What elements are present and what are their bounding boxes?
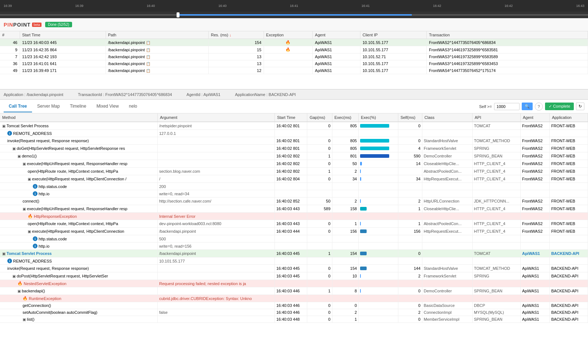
call-tree-row[interactable]: connect() http://section.cafe.naver.com/… — [0, 197, 588, 205]
col-path: Path — [106, 31, 208, 39]
tab-call-tree[interactable]: Call Tree — [4, 101, 32, 112]
method-name: execute(HttpRequest request, HttpClientC… — [32, 229, 124, 233]
fire-icon: 🔥 — [23, 296, 28, 301]
exec-pct-cell — [359, 309, 398, 316]
refresh-button[interactable]: ↻ — [576, 103, 584, 110]
table-row[interactable]: 49 11/23 16:39:49 171 /backendapi.pinpoi… — [0, 67, 588, 74]
complete-button[interactable]: ✓ Complete — [545, 103, 574, 110]
call-tree-row[interactable]: 🔥 RuntimeException cubrid.jdbc.driver.CU… — [0, 295, 588, 302]
exec-cell: 8 — [332, 287, 359, 295]
call-tree-row[interactable]: i http.io write=0, read=34 — [0, 190, 588, 197]
table-row[interactable]: 46 11/23 16:40:03 445 /backendapi.pinpoi… — [0, 39, 588, 46]
scrubber-handle[interactable] — [177, 12, 179, 17]
call-tree-container[interactable]: Method Argument Start Time Gap(ms) Exec(… — [0, 113, 588, 354]
expand-icon[interactable]: ▣ — [12, 147, 16, 151]
expand-icon[interactable]: ▣ — [23, 162, 26, 166]
info-icon: i — [33, 184, 38, 189]
call-tree-row[interactable]: ▣ list() 16:40:03 448 0 1 0 MemberServic… — [0, 316, 588, 323]
call-tree-row[interactable]: ▣ execute(HttpUriRequest request, Respon… — [0, 160, 588, 168]
class-cell: HttpRequestExecut... — [422, 228, 472, 235]
call-tree-row[interactable]: i REMOTE_ADDRESS 127.0.0.1 — [0, 130, 588, 137]
method-name: doPost(HttpServletRequest request, HttpS… — [17, 274, 108, 278]
exec-cell: 1 — [332, 316, 359, 323]
cell-path: /backendapi.pinpoint 📋 — [106, 60, 208, 67]
expand-icon[interactable]: ▣ — [12, 274, 16, 278]
search-button[interactable]: 🔍 — [522, 103, 533, 110]
call-tree-row[interactable]: i http.status.code 500 — [0, 235, 588, 243]
class-cell: ConnectionImpl — [422, 309, 472, 316]
call-tree-row[interactable]: ▣ execute(HttpUriRequest request, Respon… — [0, 205, 588, 213]
expand-icon[interactable]: ▣ — [17, 289, 21, 293]
cell-num: 7 — [0, 53, 20, 60]
expand-icon[interactable]: ▣ — [28, 229, 31, 233]
cell-transaction: FrontWAS4^1447735076452^175174 — [427, 67, 588, 74]
tab-server-map[interactable]: Server Map — [32, 101, 65, 112]
exec-pct-cell — [359, 137, 398, 145]
call-tree-row[interactable]: ▣ Tomcat Servlet Process /netspider.pinp… — [0, 122, 588, 130]
call-tree-row[interactable]: ▣ backendapi() 16:40:03 446 1 8 0 DemoCo… — [0, 287, 588, 295]
call-tree-row[interactable]: i http.status.code 200 — [0, 183, 588, 190]
exec-pct-cell — [359, 205, 398, 213]
cell-agent: ApiWAS1 — [313, 60, 360, 67]
expand-icon[interactable]: ▣ — [17, 154, 21, 158]
cell-start-time: 11/23 16:42:35 864 — [20, 46, 106, 53]
tab-timeline[interactable]: Timeline — [65, 101, 91, 112]
call-tree-row[interactable]: ▣ doPost(HttpServletRequest request, Htt… — [0, 272, 588, 280]
expand-icon[interactable]: ▣ — [23, 207, 26, 211]
call-tree-row[interactable]: getConnection() 16:40:03 446 0 0 0 Basic… — [0, 302, 588, 309]
table-row[interactable]: 36 11/23 16:41:01 641 /backendapi.pinpoi… — [0, 60, 588, 67]
argument-cell: write=0, read=156 — [158, 243, 275, 250]
table-row[interactable]: 9 11/23 16:42:35 864 /backendapi.pinpoin… — [0, 46, 588, 53]
argument-cell: dev-pinpoint-workload003.ncl:8080 — [158, 220, 275, 228]
method-name: http.status.code — [39, 184, 67, 189]
exec-bar — [360, 288, 396, 293]
gap-cell: 1 — [307, 152, 332, 160]
info-icon: i — [7, 131, 12, 136]
call-tree-row[interactable]: ▣ execute(HttpRequest request, HttpClien… — [0, 228, 588, 235]
self-cell: 0 — [398, 250, 422, 257]
expand-icon[interactable]: ▣ — [23, 317, 26, 321]
help-button[interactable]: ? — [535, 103, 543, 111]
gap-cell — [307, 183, 332, 190]
call-tree-row[interactable]: invoke(Request request, Response respons… — [0, 137, 588, 145]
call-tree-row[interactable]: i REMOTE_ADDRESS 10.101.55.177 — [0, 257, 588, 265]
start-time-cell — [275, 295, 307, 302]
argument-text: cubrid.jdbc.driver.CUBRIDException: Synt… — [159, 296, 252, 301]
exec-pct-cell — [359, 145, 398, 152]
method-name: execute(HttpRequest request, HttpClientC… — [32, 177, 126, 181]
call-tree-row[interactable]: open(HttpRoute route, HttpContext contex… — [0, 168, 588, 175]
table-row[interactable]: 7 11/23 16:42:42 193 /backendapi.pinpoin… — [0, 53, 588, 60]
fire-icon: 🔥 — [285, 40, 291, 44]
call-tree-row[interactable]: invoke(Request request, Response respons… — [0, 265, 588, 272]
call-tree-row[interactable]: ▣ execute(HttpRequest request, HttpClien… — [0, 175, 588, 183]
call-tree-row[interactable]: setAutoCommit(boolean autoCommitFlag) fa… — [0, 309, 588, 316]
txn-agent-id: AgentId : ApiWAS1 — [186, 92, 220, 97]
application-cell: FRONT-WEB — [549, 175, 588, 183]
self-input[interactable] — [494, 103, 520, 110]
argument-text: Internal Server Error — [159, 214, 196, 219]
call-tree-row[interactable]: ▣ doGet(HttpServletRequest request, Http… — [0, 145, 588, 152]
application-cell — [549, 235, 588, 243]
timeline-scrubber[interactable] — [0, 12, 588, 18]
exec-cell: 10 — [332, 272, 359, 280]
agent-cell: FrontWAS2 — [520, 152, 549, 160]
gap-cell — [307, 243, 332, 250]
call-tree-row[interactable]: 🔥 NestedServletException Request process… — [0, 280, 588, 287]
gap-cell: 0 — [307, 228, 332, 235]
tab-nelo[interactable]: nelo — [124, 101, 142, 112]
tab-mixed-view[interactable]: Mixed View — [91, 101, 124, 112]
call-tree-row[interactable]: open(HttpRoute route, HttpContext contex… — [0, 220, 588, 228]
call-tree-row[interactable]: ▣ demo1() 16:40:02 802 1 801 590 DemoCon… — [0, 152, 588, 160]
call-tree-row[interactable]: 🔥 HttpResponseException Internal Server … — [0, 213, 588, 220]
call-tree-row[interactable]: i http.io write=0, read=156 — [0, 243, 588, 250]
expand-icon[interactable]: ▣ — [2, 124, 5, 128]
exec-cell: 2 — [332, 197, 359, 205]
call-tree-row[interactable]: ▣ Tomcat Servlet Process /backendapi.pin… — [0, 250, 588, 257]
exec-cell — [332, 280, 359, 287]
exec-pct-cell — [359, 257, 398, 265]
expand-icon[interactable]: ▣ — [28, 177, 31, 181]
method-name: http.io — [39, 192, 50, 196]
expand-icon[interactable]: ▣ — [2, 252, 5, 256]
col-agent: Agent — [313, 31, 360, 39]
start-time-cell: 16:40:02 802 — [275, 152, 307, 160]
